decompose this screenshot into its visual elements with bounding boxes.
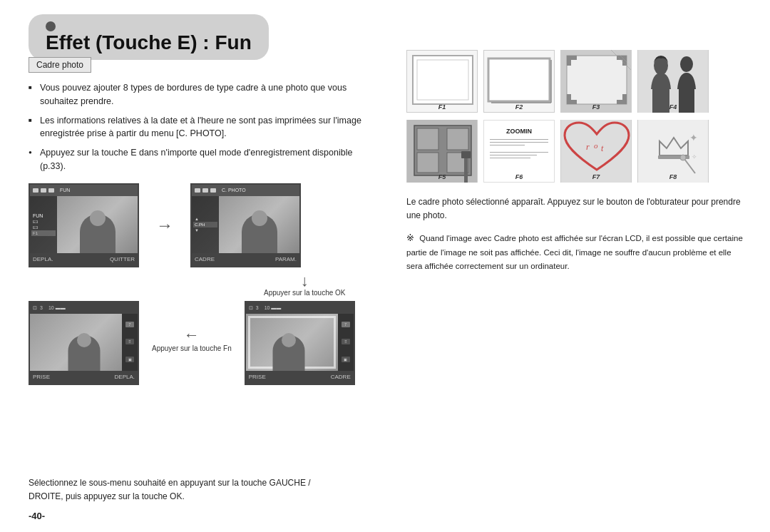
bottom-line-1: Sélectionnez le sous-menu souhaité en ap… (29, 476, 311, 490)
arrow-down: ↓ (301, 273, 309, 289)
right-column: F1 F2 (406, 50, 749, 272)
svg-rect-16 (417, 153, 438, 173)
page-number: -40- (29, 511, 45, 521)
svg-point-11 (680, 56, 693, 72)
ok-label: Appuyer sur la touche OK (264, 289, 346, 297)
frame-number-1: F1 (438, 103, 446, 111)
screen3-bottom-left: PRISE (33, 374, 50, 380)
screen3-bottom-right: DEPLA. (115, 374, 135, 380)
camera-screen-1: FUN FUN E3 E3 F1 (29, 183, 139, 267)
arrow-left-block: ← Appuyer sur la touche Fn (152, 326, 232, 352)
arrow-left: ← (184, 326, 200, 344)
frame-thumb-1: F1 (406, 50, 478, 113)
frame-thumb-6: ZOOMIN F6 (483, 120, 555, 183)
screen1-label: FUN (60, 188, 70, 193)
svg-rect-15 (447, 128, 468, 150)
note-text: Quand l'image avec Cadre photo est affic… (406, 234, 743, 270)
frame-thumb-3: F3 (560, 50, 632, 113)
camera-screen-4: ⊡310 ▬▬ 7 ⠿ ▣ (245, 301, 355, 385)
svg-rect-6 (567, 56, 627, 104)
note-block: ※ Quand l'image avec Cadre photo est aff… (406, 231, 749, 272)
svg-rect-18 (464, 155, 468, 183)
frame-thumb-2: F2 (483, 50, 555, 113)
bottom-line-2: DROITE, puis appuyez sur la touche OK. (29, 490, 311, 503)
frame-number-6: F6 (515, 173, 523, 180)
screens-row-2: ⊡310 ▬▬ 7 ⠿ ▣ (29, 301, 371, 385)
section-label: Cadre photo (29, 57, 91, 73)
svg-rect-1 (417, 60, 468, 100)
frame-number-5: F5 (438, 173, 446, 180)
screen4-bottom-left: PRISE (249, 374, 266, 380)
frame-description: Le cadre photo sélectionné apparaît. App… (406, 195, 749, 222)
frames-grid: F1 F2 (406, 50, 749, 184)
frame-number-8: F8 (669, 173, 677, 180)
frame-thumb-7: r o t F7 (560, 120, 632, 183)
screen2-label: C. PHOTO (222, 188, 246, 193)
frame-number-3: F3 (592, 103, 600, 111)
bullet-item-1: Vous pouvez ajouter 8 types de bordures … (29, 81, 371, 108)
zoomin-lines (490, 139, 548, 160)
zoomin-text: ZOOMIN (506, 128, 532, 135)
note-marker: ※ (406, 232, 414, 243)
frame-number-7: F7 (592, 173, 600, 180)
frame-thumb-8: ✦ ✧ F8 (637, 120, 709, 183)
title-bar: Effet (Touche E) : Fun (29, 14, 269, 60)
frame-thumb-5: F5 (406, 120, 478, 183)
bottom-text: Sélectionnez le sous-menu souhaité en ap… (29, 476, 311, 503)
bullet-item-3: Appuyez sur la touche E dans n'importe q… (29, 146, 371, 173)
svg-point-29 (680, 155, 686, 160)
left-column: Cadre photo Vous pouvez ajouter 8 types … (29, 57, 371, 385)
svg-rect-14 (417, 128, 438, 150)
arrow-down-block: ↓ Appuyer sur la touche OK (264, 273, 371, 297)
svg-text:✦: ✦ (689, 132, 698, 143)
arrow-right-1: → (156, 215, 173, 235)
svg-text:r: r (586, 142, 590, 152)
screen2-bottom-left: CADRE (195, 256, 215, 262)
screen2-bottom-right: PARAM. (275, 256, 297, 262)
bullet-item-2: Les informations relatives à la date et … (29, 114, 371, 141)
fn-label: Appuyer sur la touche Fn (152, 344, 232, 352)
screen1-bottom-right: QUITTER (110, 256, 135, 262)
svg-rect-19 (461, 151, 471, 158)
svg-text:✧: ✧ (692, 153, 697, 160)
svg-text:o: o (594, 141, 598, 150)
svg-rect-2 (488, 58, 550, 101)
frame-thumb-4: F4 (637, 50, 709, 113)
screen1-bottom-left: DEPLA. (33, 256, 53, 262)
title-dot (46, 21, 56, 31)
screen4-bottom-right: CADRE (331, 374, 351, 380)
bullet-list: Vous pouvez ajouter 8 types de bordures … (29, 81, 371, 173)
frame-number-2: F2 (515, 103, 523, 111)
page-title: Effet (Touche E) : Fun (46, 31, 252, 54)
camera-screen-2: C. PHOTO ▲ C.PH ▼ CADRE PARAM. (190, 183, 301, 267)
screens-row-1: FUN FUN E3 E3 F1 (29, 183, 371, 267)
frame-number-4: F4 (669, 103, 677, 111)
camera-screen-3: ⊡310 ▬▬ 7 ⠿ ▣ (29, 301, 139, 385)
